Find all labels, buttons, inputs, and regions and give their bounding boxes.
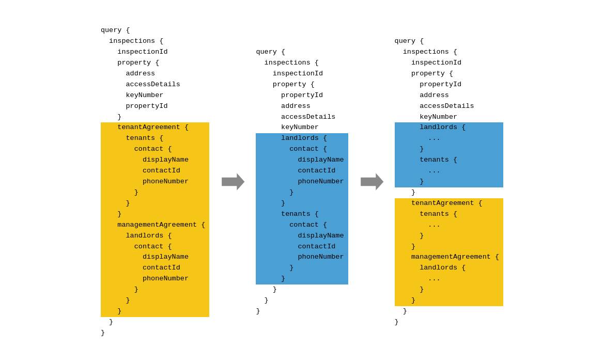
code-line: } bbox=[395, 177, 504, 187]
code-line: displayName bbox=[101, 155, 210, 166]
code-line: address bbox=[101, 69, 210, 80]
code-line: } bbox=[256, 198, 348, 209]
code-line: keyNumber bbox=[395, 112, 504, 123]
code-line: } bbox=[101, 317, 210, 328]
code-line: } bbox=[395, 144, 504, 155]
code-line: phoneNumber bbox=[256, 252, 348, 263]
code-line: propertyId bbox=[256, 90, 348, 101]
code-line: query { bbox=[256, 47, 348, 58]
code-line: landlords { bbox=[256, 133, 348, 144]
code-line: accessDetails bbox=[395, 101, 504, 112]
code-line: managementAgreement { bbox=[101, 220, 210, 231]
code-line: } bbox=[256, 263, 348, 274]
code-line: accessDetails bbox=[101, 80, 210, 90]
code-block-1: query { inspections { inspectionId prope… bbox=[101, 25, 210, 339]
code-line: } bbox=[395, 187, 504, 198]
code-line: } bbox=[101, 198, 210, 209]
arrow-2 bbox=[359, 169, 384, 195]
code-line: ... bbox=[395, 166, 504, 177]
code-line: } bbox=[395, 317, 504, 328]
code-line: displayName bbox=[256, 155, 348, 166]
code-line: address bbox=[256, 101, 348, 112]
code-line: } bbox=[101, 187, 210, 198]
code-line: } bbox=[256, 274, 348, 284]
code-line: phoneNumber bbox=[256, 177, 348, 187]
code-line: inspections { bbox=[101, 36, 210, 47]
code-line: propertyId bbox=[395, 80, 504, 90]
code-line: landlords { bbox=[101, 231, 210, 242]
code-line: landlords { bbox=[395, 122, 504, 133]
code-line: tenantAgreement { bbox=[395, 198, 504, 209]
code-line: phoneNumber bbox=[101, 274, 210, 284]
code-line: contactId bbox=[256, 166, 348, 177]
code-line: phoneNumber bbox=[101, 177, 210, 187]
code-line: contact { bbox=[256, 144, 348, 155]
svg-marker-0 bbox=[222, 173, 245, 191]
code-block-3: query { inspections { inspectionId prope… bbox=[395, 36, 504, 328]
code-line: landlords { bbox=[395, 263, 504, 274]
diagram: query { inspections { inspectionId prope… bbox=[90, 15, 514, 349]
code-line: property { bbox=[101, 58, 210, 69]
code-line: } bbox=[256, 187, 348, 198]
code-line: query { bbox=[101, 25, 210, 36]
code-line: } bbox=[101, 209, 210, 220]
code-line: contact { bbox=[101, 144, 210, 155]
svg-marker-1 bbox=[361, 173, 383, 191]
code-line: inspections { bbox=[395, 47, 504, 58]
code-line: managementAgreement { bbox=[395, 252, 504, 263]
code-line: property { bbox=[395, 69, 504, 80]
code-line: ... bbox=[395, 133, 504, 144]
code-line: inspectionId bbox=[101, 47, 210, 58]
code-line: tenants { bbox=[395, 155, 504, 166]
code-line: displayName bbox=[256, 231, 348, 242]
code-line: tenants { bbox=[395, 209, 504, 220]
code-line: property { bbox=[256, 80, 348, 90]
code-line: keyNumber bbox=[101, 90, 210, 101]
code-line: } bbox=[101, 112, 210, 123]
code-line: } bbox=[395, 284, 504, 295]
code-line: propertyId bbox=[101, 101, 210, 112]
code-line: } bbox=[256, 306, 348, 317]
code-line: ... bbox=[395, 274, 504, 284]
code-line: contactId bbox=[101, 263, 210, 274]
code-line: } bbox=[101, 284, 210, 295]
code-line: tenants { bbox=[101, 133, 210, 144]
code-line: } bbox=[395, 306, 504, 317]
code-line: accessDetails bbox=[256, 112, 348, 123]
code-line: } bbox=[101, 306, 210, 317]
code-line: } bbox=[395, 231, 504, 242]
code-line: } bbox=[256, 284, 348, 295]
code-line: inspections { bbox=[256, 58, 348, 69]
code-line: keyNumber bbox=[256, 122, 348, 133]
code-line: address bbox=[395, 90, 504, 101]
code-block-2: query { inspections { inspectionId prope… bbox=[256, 47, 348, 317]
code-line: contactId bbox=[256, 242, 348, 252]
code-line: } bbox=[395, 295, 504, 306]
code-line: } bbox=[101, 328, 210, 339]
code-line: inspectionId bbox=[256, 69, 348, 80]
code-line: query { bbox=[395, 36, 504, 47]
code-line: } bbox=[395, 242, 504, 252]
arrow-1 bbox=[220, 169, 245, 195]
code-line: displayName bbox=[101, 252, 210, 263]
code-line: } bbox=[101, 295, 210, 306]
code-line: tenants { bbox=[256, 209, 348, 220]
code-line: ... bbox=[395, 220, 504, 231]
code-line: contactId bbox=[101, 166, 210, 177]
code-line: contact { bbox=[101, 242, 210, 252]
code-line: inspectionId bbox=[395, 58, 504, 69]
code-line: } bbox=[256, 295, 348, 306]
code-line: contact { bbox=[256, 220, 348, 231]
code-line: tenantAgreement { bbox=[101, 122, 210, 133]
